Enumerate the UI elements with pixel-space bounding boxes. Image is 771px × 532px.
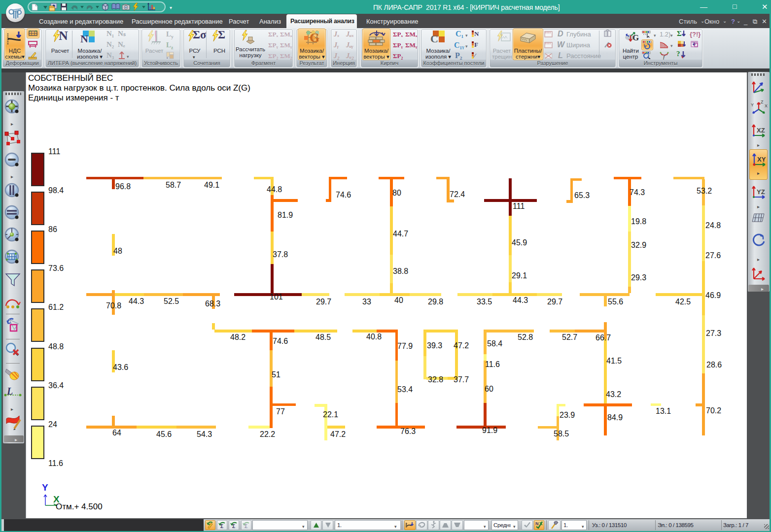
svg-text:N: N <box>535 521 539 526</box>
svg-text:Σ: Σ <box>245 524 247 529</box>
svg-text:Y: Y <box>751 102 754 107</box>
svg-text:X: X <box>765 103 768 108</box>
svg-text:YZ: YZ <box>757 188 765 196</box>
svg-text:XY: XY <box>757 156 766 163</box>
svg-text:F: F <box>474 41 478 48</box>
svg-text:Σ: Σ <box>232 524 235 529</box>
svg-text:Z: Z <box>761 100 764 104</box>
svg-text:Σ: Σ <box>220 524 223 529</box>
svg-text:XZ: XZ <box>757 127 765 134</box>
svg-text:N: N <box>474 30 479 37</box>
svg-text:Y: Y <box>42 484 48 493</box>
